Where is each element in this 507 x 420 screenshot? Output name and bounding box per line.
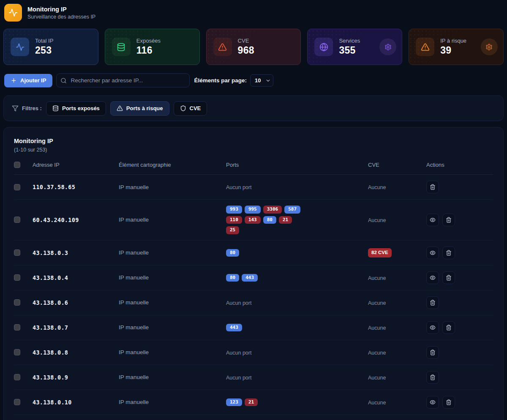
row-checkbox[interactable] (14, 249, 20, 256)
activity-icon (8, 8, 18, 17)
map-element: IP manuelle (119, 217, 226, 223)
port-badge-443: 443 (242, 274, 258, 282)
row-checkbox[interactable] (14, 184, 20, 190)
actions-cell (426, 321, 493, 334)
eye-icon (430, 275, 436, 281)
database-icon (117, 43, 125, 51)
settings-icon (384, 43, 392, 51)
app-title-block: Monitoring IP Surveillance des adresses … (27, 6, 95, 20)
gear-button-services[interactable] (379, 38, 396, 55)
search-wrap (56, 73, 190, 87)
delete-button[interactable] (442, 321, 455, 334)
port-badge-993: 993 (226, 206, 242, 214)
row-checkbox[interactable] (14, 399, 20, 405)
view-details-button[interactable] (426, 396, 439, 409)
ports-cell: Aucun port (226, 183, 368, 191)
port-badge-80: 80 (226, 249, 239, 257)
port-badge-80: 80 (263, 216, 276, 224)
row-checkbox[interactable] (14, 217, 20, 223)
row-check-cell (14, 399, 33, 405)
view-details-button[interactable] (426, 247, 439, 259)
toolbar: Ajouter IP Éléments par page: 10 (4, 73, 504, 87)
ports-list: 80443 (226, 274, 306, 282)
search-input[interactable] (56, 73, 190, 87)
column-header-adresse-ip: Adresse IP (33, 162, 119, 168)
actions-cell (426, 181, 493, 193)
row-check-cell (14, 349, 33, 355)
ports-cell: 443 (226, 324, 368, 332)
row-check-cell (14, 299, 33, 306)
filter-button-label: Ports exposés (62, 105, 100, 111)
filter-button-ports-expos-s[interactable]: Ports exposés (46, 101, 106, 116)
row-check-cell (14, 217, 33, 223)
stat-value: 253 (35, 45, 53, 56)
row-checkbox[interactable] (14, 349, 20, 355)
port-badge-80: 80 (226, 274, 239, 282)
stat-text-total-ip: Total IP253 (35, 38, 53, 56)
table-row: 43.138.0.4IP manuelle80443Aucune (14, 266, 493, 290)
trash-icon (430, 184, 436, 190)
table-row: 43.138.0.7IP manuelle443Aucune (14, 315, 493, 340)
filter-button-cve[interactable]: CVE (174, 101, 207, 116)
table-row: 43.138.0.10IP manuelle12321Aucune (14, 390, 493, 415)
view-details-button[interactable] (426, 214, 439, 226)
delete-button[interactable] (442, 214, 455, 226)
row-check-cell (14, 374, 33, 380)
ports-list: 9939953306587110143802125 (226, 206, 306, 234)
delete-button[interactable] (442, 396, 455, 409)
stat-icon-tile-total-ip (11, 38, 29, 56)
delete-button[interactable] (442, 271, 455, 284)
trash-icon (430, 350, 436, 355)
map-element: IP manuelle (119, 399, 226, 405)
column-header-cve: CVE (368, 162, 426, 168)
delete-button[interactable] (426, 371, 439, 384)
ip-address: 60.43.240.109 (33, 217, 119, 223)
row-checkbox[interactable] (14, 299, 20, 306)
select-all-checkbox[interactable] (14, 162, 20, 168)
cve-badge: 82 CVE (368, 248, 392, 257)
filter-button-ports-risque[interactable]: Ports à risque (110, 101, 169, 116)
table-row: 43.138.0.6IP manuelleAucun portAucune (14, 290, 493, 315)
row-checkbox[interactable] (14, 324, 20, 331)
stat-card-total-ip: Total IP253 (3, 29, 98, 65)
delete-button[interactable] (426, 296, 439, 309)
no-cve-text: Aucune (368, 300, 386, 306)
no-cve-text: Aucune (368, 375, 386, 381)
add-ip-button[interactable]: Ajouter IP (4, 74, 52, 87)
trash-icon (446, 325, 452, 331)
eye-icon (430, 399, 436, 405)
ip-table-panel: Monitoring IP (1-10 sur 253) Adresse IP … (3, 127, 504, 420)
ports-list: 80 (226, 249, 306, 257)
per-page-select[interactable]: 10 (250, 74, 273, 87)
filter-icon (12, 105, 19, 112)
filter-button-label: CVE (190, 105, 201, 111)
no-ports-text: Aucun port (226, 300, 251, 306)
map-element: IP manuelle (119, 349, 226, 355)
delete-button[interactable] (426, 346, 439, 359)
table-range: (1-10 sur 253) (14, 147, 493, 153)
stat-icon-tile-services (314, 38, 333, 56)
filter-button-label: Ports à risque (126, 105, 163, 111)
port-badge-123: 123 (226, 398, 242, 406)
ports-cell: 12321 (226, 398, 368, 406)
eye-icon (430, 217, 436, 223)
map-element: IP manuelle (119, 324, 226, 331)
gear-button-ip-a-risque[interactable] (481, 38, 498, 55)
trash-icon (430, 300, 436, 306)
port-badge-143: 143 (245, 216, 261, 224)
row-checkbox[interactable] (14, 274, 20, 281)
map-element: IP manuelle (119, 249, 226, 256)
row-checkbox[interactable] (14, 374, 20, 380)
actions-cell (426, 214, 493, 226)
map-element: IP manuelle (119, 299, 226, 306)
trash-icon (446, 399, 452, 405)
app-header: Monitoring IP Surveillance des adresses … (0, 0, 507, 22)
ports-cell: Aucun port (226, 374, 368, 381)
view-details-button[interactable] (426, 271, 439, 284)
view-details-button[interactable] (426, 321, 439, 334)
delete-button[interactable] (426, 181, 439, 193)
stat-value: 968 (238, 45, 254, 56)
delete-button[interactable] (442, 247, 455, 259)
map-element: IP manuelle (119, 374, 226, 380)
row-check-cell (14, 249, 33, 256)
